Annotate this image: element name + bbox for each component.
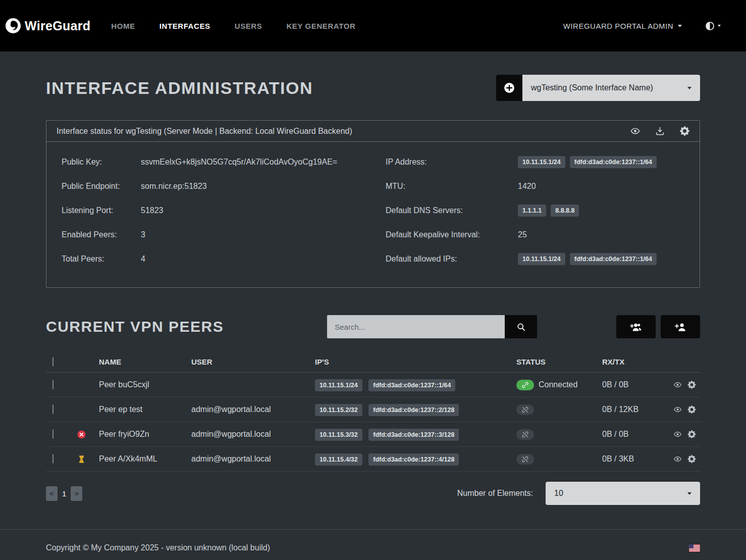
chevron-down-icon bbox=[718, 25, 721, 27]
download-config-icon[interactable] bbox=[655, 126, 665, 136]
view-peer-eye-icon[interactable] bbox=[673, 405, 682, 414]
add-multiple-peers-button[interactable] bbox=[616, 315, 656, 338]
peer-search-input[interactable] bbox=[327, 315, 505, 338]
navbar-right: WIREGUARD PORTAL ADMIN bbox=[563, 21, 721, 31]
wireguard-logo-icon bbox=[5, 18, 21, 34]
info-row-enabled-peers: Enabled Peers: 3 bbox=[62, 223, 386, 247]
peer-expired-x-circle-icon bbox=[77, 430, 86, 439]
column-header-status: STATUS bbox=[516, 358, 602, 366]
peer-expiring-hourglass-icon bbox=[77, 455, 86, 464]
peer-ip-badge: fdfd:d3ad:c0de:1237::1/64 bbox=[368, 379, 455, 391]
language-flag-us[interactable] bbox=[689, 544, 700, 552]
dns-badge: 8.8.8.8 bbox=[551, 205, 579, 217]
theme-dropdown[interactable] bbox=[705, 21, 721, 31]
peers-section-title: CURRENT VPN PEERS bbox=[46, 318, 224, 335]
peer-rxtx: 0B / 0B bbox=[602, 380, 672, 389]
peer-rxtx: 0B / 12KB bbox=[602, 405, 672, 414]
elements-per-page-label: Number of Elements: bbox=[457, 489, 533, 498]
add-interface-button[interactable] bbox=[496, 75, 522, 101]
table-header-row: NAME USER IP'S STATUS RX/TX bbox=[46, 351, 700, 373]
interface-status-card: Interface status for wgTesting (Server M… bbox=[46, 120, 700, 288]
allowed-ip-badge: fdfd:d3ad:c0de:1237::1/64 bbox=[570, 253, 657, 265]
nav-item-interfaces[interactable]: INTERFACES bbox=[159, 22, 210, 30]
edit-peer-gear-icon[interactable] bbox=[687, 430, 696, 438]
column-header-name: NAME bbox=[99, 358, 191, 366]
interface-card-actions bbox=[630, 126, 689, 136]
column-header-ips: IP'S bbox=[315, 358, 516, 366]
edit-interface-gear-icon[interactable] bbox=[680, 126, 689, 136]
top-navbar: WireGuard HOME INTERFACES USERS KEY GENE… bbox=[0, 0, 746, 52]
column-header-user: USER bbox=[191, 358, 315, 366]
select-all-checkbox[interactable] bbox=[52, 357, 54, 367]
info-label: MTU: bbox=[386, 182, 518, 191]
info-row-public-endpoint: Public Endpoint: som.nicr.ep:51823 bbox=[62, 174, 386, 198]
edit-peer-gear-icon[interactable] bbox=[687, 381, 696, 389]
table-row: Peer fryiO9Zn admin@wgportal.local 10.11… bbox=[46, 422, 700, 447]
interface-info-right-column: IP Address: 10.11.15.1/24 fdfd:d3ad:c0de… bbox=[386, 150, 684, 271]
row-checkbox[interactable] bbox=[52, 380, 54, 389]
view-peer-eye-icon[interactable] bbox=[673, 381, 682, 389]
interface-select-group: wgTesting (Some Interface Name) bbox=[496, 75, 700, 101]
nav-item-home[interactable]: HOME bbox=[111, 22, 135, 30]
edit-peer-gear-icon[interactable] bbox=[687, 405, 696, 414]
view-peer-eye-icon[interactable] bbox=[673, 430, 682, 438]
admin-dropdown-label: WIREGUARD PORTAL ADMIN bbox=[563, 22, 673, 30]
theme-contrast-icon bbox=[705, 21, 715, 31]
edit-peer-gear-icon[interactable] bbox=[687, 455, 696, 463]
nav-item-users[interactable]: USERS bbox=[235, 22, 262, 30]
peer-action-buttons bbox=[616, 315, 700, 338]
pagination-next-button[interactable]: » bbox=[71, 486, 82, 501]
peer-ip-badge: fdfd:d3ad:c0de:1237::4/128 bbox=[368, 453, 459, 466]
info-row-public-key: Public Key: ssvmEelxG+k8jsNO5G7cq5r/Ak7l… bbox=[62, 150, 386, 174]
search-icon bbox=[517, 323, 525, 331]
peer-user: admin@wgportal.local bbox=[191, 405, 315, 414]
pagination-prev-button[interactable]: « bbox=[46, 486, 58, 501]
pagination-current-page[interactable]: 1 bbox=[62, 489, 66, 498]
table-row: Peer buC5cxjl 10.11.15.1/24 fdfd:d3ad:c0… bbox=[46, 373, 700, 397]
enabled-peers-value: 3 bbox=[141, 230, 145, 239]
view-config-eye-icon[interactable] bbox=[630, 126, 640, 136]
view-peer-eye-icon[interactable] bbox=[673, 455, 682, 463]
interface-select[interactable]: wgTesting (Some Interface Name) bbox=[522, 75, 700, 101]
info-label: Default Keepalive Interval: bbox=[386, 230, 518, 239]
interface-card-header: Interface status for wgTesting (Server M… bbox=[46, 121, 700, 142]
status-badge bbox=[516, 454, 602, 465]
row-checkbox[interactable] bbox=[52, 454, 54, 464]
info-row-mtu: MTU: 1420 bbox=[386, 174, 684, 198]
public-endpoint-value: som.nicr.ep:51823 bbox=[141, 182, 207, 191]
info-label: Public Endpoint: bbox=[62, 182, 141, 191]
add-peer-button[interactable] bbox=[661, 315, 700, 338]
admin-dropdown[interactable]: WIREGUARD PORTAL ADMIN bbox=[563, 22, 682, 30]
add-users-icon bbox=[630, 322, 643, 332]
chevron-down-icon bbox=[687, 492, 691, 495]
plus-circle-icon bbox=[504, 82, 515, 93]
total-peers-value: 4 bbox=[141, 254, 145, 264]
link-icon bbox=[522, 382, 528, 388]
peer-ip-badge: 10.11.15.3/32 bbox=[315, 429, 362, 441]
info-label: IP Address: bbox=[386, 158, 518, 167]
search-button[interactable] bbox=[505, 315, 537, 338]
allowed-ip-badge: 10.11.15.1/24 bbox=[518, 253, 565, 265]
dns-badge: 1.1.1.1 bbox=[518, 205, 546, 217]
copyright-text: Copyright © My Company 2025 - version un… bbox=[46, 543, 270, 552]
status-badge bbox=[516, 404, 602, 415]
link-slash-icon bbox=[522, 406, 528, 413]
peer-user: admin@wgportal.local bbox=[191, 430, 315, 439]
brand-name: WireGuard bbox=[25, 19, 90, 33]
column-header-rxtx: RX/TX bbox=[602, 358, 672, 366]
peer-ip-badge: 10.11.15.1/24 bbox=[315, 379, 362, 391]
chevron-down-icon bbox=[687, 87, 691, 89]
row-checkbox[interactable] bbox=[52, 404, 54, 414]
pagination: « 1 » Number of Elements: 10 bbox=[46, 482, 700, 505]
disconnected-pill bbox=[516, 429, 534, 440]
us-flag-icon bbox=[689, 544, 700, 552]
elements-per-page-select[interactable]: 10 bbox=[546, 482, 700, 505]
peer-ip-badge: fdfd:d3ad:c0de:1237::3/128 bbox=[368, 429, 459, 441]
page-header: INTERFACE ADMINISTRATION wgTesting (Some… bbox=[46, 75, 700, 101]
row-checkbox[interactable] bbox=[52, 429, 54, 439]
disconnected-pill bbox=[516, 404, 534, 415]
nav-item-key-generator[interactable]: KEY GENERATOR bbox=[286, 22, 355, 30]
info-row-total-peers: Total Peers: 4 bbox=[62, 247, 386, 271]
brand[interactable]: WireGuard bbox=[5, 18, 90, 34]
peer-rxtx: 0B / 3KB bbox=[602, 454, 672, 464]
